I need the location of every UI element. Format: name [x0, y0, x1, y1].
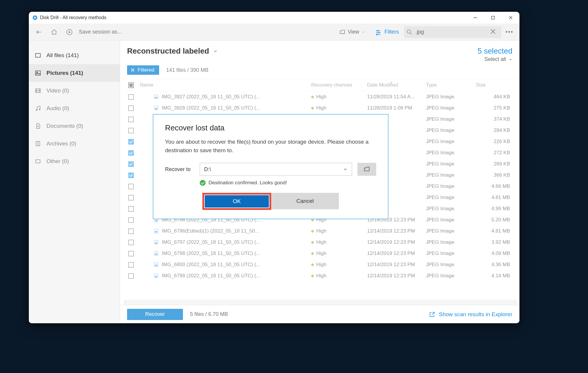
show-in-explorer-link[interactable]: Show scan results in Explorer — [429, 311, 512, 318]
app-icon — [32, 15, 38, 20]
svg-rect-20 — [36, 54, 41, 57]
svg-rect-39 — [155, 108, 157, 110]
close-button[interactable] — [502, 12, 519, 24]
destination-select[interactable]: D:\ — [200, 163, 352, 176]
row-checkbox[interactable] — [128, 117, 134, 122]
section-title[interactable]: Reconstructed labeled — [127, 47, 218, 56]
table-row[interactable]: IMG_3927 (2022_05_18 11_50_05 UTC) (...H… — [124, 91, 517, 102]
row-checkbox[interactable] — [128, 184, 134, 189]
row-checkbox[interactable] — [128, 94, 134, 100]
row-checkbox[interactable] — [128, 217, 134, 223]
svg-point-15 — [377, 34, 378, 35]
size-value: 374 KB — [476, 116, 517, 122]
sidebar-item-allfiles[interactable]: All files (141) — [29, 47, 120, 64]
row-checkbox[interactable] — [128, 262, 134, 268]
browse-button[interactable] — [357, 163, 376, 176]
jpeg-file-icon — [154, 94, 159, 100]
table-row[interactable]: IMG_6799 (2022_05_18 11_50_05 UTC) (...H… — [124, 270, 517, 281]
sidebar-item-audio[interactable]: Audio (0) — [29, 100, 120, 117]
status-dot-icon — [311, 241, 314, 244]
table-row[interactable]: IMG_3928 (2022_05_18 11_50_05 UTC) (...H… — [124, 102, 517, 114]
row-checkbox[interactable] — [128, 228, 134, 234]
row-checkbox[interactable] — [128, 139, 134, 145]
size-value: 5.20 MB — [476, 217, 517, 223]
date-value: 12/14/2019 12:23 PM — [367, 273, 426, 279]
download-button[interactable] — [62, 25, 76, 39]
column-size[interactable]: Size — [476, 82, 517, 88]
row-checkbox[interactable] — [128, 105, 134, 111]
select-all-checkbox[interactable] — [128, 82, 134, 88]
svg-point-27 — [36, 110, 37, 111]
sidebar-item-pictures[interactable]: Pictures (141) — [29, 64, 120, 82]
column-date[interactable]: ▴ Date Modified — [367, 82, 426, 88]
clear-search-icon[interactable] — [490, 29, 499, 36]
size-value: 226 KB — [476, 139, 517, 145]
minimize-button[interactable] — [467, 12, 484, 24]
jpeg-file-icon — [154, 251, 159, 256]
jpeg-file-icon — [154, 273, 159, 278]
maximize-button[interactable] — [484, 12, 502, 24]
row-checkbox[interactable] — [128, 173, 134, 178]
horizontal-scrollbar[interactable] — [124, 300, 517, 305]
sidebar-item-archives[interactable]: Archives (0) — [29, 135, 120, 152]
table-row[interactable]: IMG_6796(Edited)(1) (2022_05_18 11_50...… — [124, 226, 517, 237]
back-button[interactable] — [32, 25, 46, 39]
view-dropdown[interactable]: View — [335, 25, 370, 39]
other-icon — [35, 158, 41, 165]
status-dot-icon — [311, 96, 314, 98]
destination-value: D:\ — [204, 166, 211, 173]
type-value: JPEG Image — [426, 195, 476, 200]
row-checkbox[interactable] — [128, 195, 134, 200]
column-recovery[interactable]: Recovery chances — [311, 82, 367, 88]
type-value: JPEG Image — [426, 251, 476, 256]
filters-button[interactable]: Filters — [371, 29, 403, 35]
file-name: IMG_6800 (2022_05_18 11_50_05 UTC) (... — [162, 262, 260, 268]
svg-point-11 — [377, 30, 378, 31]
close-icon — [131, 68, 135, 72]
row-checkbox[interactable] — [128, 273, 134, 279]
confirmation-text: Destination confirmed. Looks good! — [209, 180, 287, 186]
chevron-down-icon — [343, 167, 348, 172]
sort-asc-icon: ▴ — [391, 80, 392, 84]
home-button[interactable] — [47, 25, 61, 39]
sidebar-item-documents[interactable]: Documents (0) — [29, 117, 120, 135]
row-checkbox[interactable] — [128, 150, 134, 156]
type-value: JPEG Image — [426, 150, 476, 156]
size-value: 269 KB — [476, 161, 517, 167]
table-row[interactable]: IMG_6800 (2022_05_18 11_50_05 UTC) (...H… — [124, 259, 517, 270]
row-checkbox[interactable] — [128, 206, 134, 212]
table-row[interactable]: IMG_6798 (2022_05_18 11_50_05 UTC) (...H… — [124, 248, 517, 259]
sidebar-item-other[interactable]: Other (0) — [29, 152, 120, 170]
search-icon — [407, 29, 412, 35]
table-row[interactable]: IMG_6797 (2022_05_18 11_50_05 UTC) (...H… — [124, 237, 517, 248]
file-name: IMG_6796(Edited)(1) (2022_05_18 11_50... — [162, 228, 259, 234]
row-checkbox[interactable] — [128, 161, 134, 167]
app-window: Disk Drill - All recovery methods Save s… — [29, 12, 519, 323]
row-checkbox[interactable] — [128, 128, 134, 133]
selected-count: 5 selected — [477, 47, 512, 56]
size-value: 366 KB — [476, 172, 517, 178]
filter-chip[interactable]: Filtered — [127, 65, 159, 75]
date-value: 12/14/2019 12:23 PM — [367, 262, 426, 268]
type-value: JPEG Image — [426, 161, 476, 167]
type-value: JPEG Image — [426, 273, 476, 279]
select-all-button[interactable]: Select all — [477, 56, 512, 62]
filters-label: Filters — [384, 29, 399, 35]
column-type[interactable]: Type — [426, 82, 476, 88]
column-name[interactable]: Name — [138, 82, 311, 88]
save-session-label[interactable]: Save session as... — [78, 29, 122, 35]
jpeg-file-icon — [154, 240, 159, 245]
more-button[interactable]: ••• — [502, 25, 517, 39]
ok-button-highlight: OK — [202, 193, 271, 210]
ok-button[interactable]: OK — [205, 195, 269, 208]
allfiles-icon — [35, 52, 41, 59]
svg-rect-47 — [155, 253, 157, 255]
svg-rect-51 — [155, 276, 157, 277]
sidebar-item-video[interactable]: Video (0) — [29, 82, 120, 100]
row-checkbox[interactable] — [128, 240, 134, 245]
row-checkbox[interactable] — [128, 251, 134, 256]
external-link-icon — [429, 311, 435, 318]
recover-button[interactable]: Recover — [127, 309, 183, 320]
search-input[interactable]: .jpg — [404, 26, 501, 38]
cancel-button[interactable]: Cancel — [271, 193, 339, 209]
